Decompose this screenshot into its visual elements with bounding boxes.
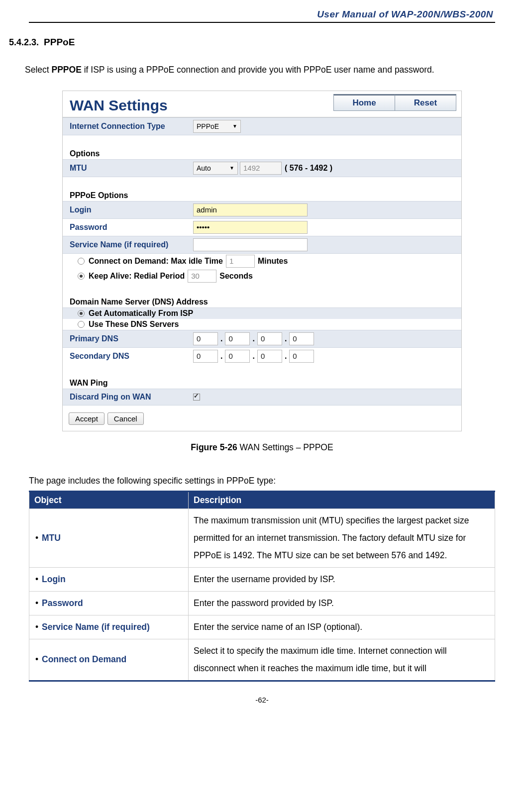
accept-button[interactable]: Accept	[69, 412, 105, 425]
section-intro: Select PPPOE if ISP is using a PPPoE con…	[25, 63, 495, 78]
ict-select[interactable]: PPPoE	[193, 120, 241, 133]
header-divider	[29, 22, 495, 23]
obj-cell: Connect on Demand	[29, 639, 189, 681]
figure-bold: Figure 5-26	[191, 442, 237, 452]
col-object: Object	[29, 491, 189, 508]
obj-cell: Login	[29, 567, 189, 591]
pdns-oct3[interactable]	[257, 332, 282, 345]
table-intro: The page includes the following specific…	[29, 474, 495, 489]
mtu-range: ( 576 - 1492 )	[285, 164, 332, 173]
keep-radio[interactable]	[78, 273, 85, 280]
desc-cell: Select it to specify the maximum idle ti…	[189, 639, 495, 681]
dns-manual-row: Use These DNS Servers	[63, 319, 461, 330]
obj-cell: Password	[29, 591, 189, 615]
table-row: MTU The maximum transmission unit (MTU) …	[29, 508, 495, 567]
dns-manual-radio[interactable]	[78, 321, 85, 328]
mtu-label: MTU	[70, 164, 193, 173]
sdns-row: Secondary DNS . . .	[63, 348, 461, 365]
service-label: Service Name (if required)	[70, 240, 193, 249]
options-heading: Options	[63, 135, 461, 159]
table-row: Password Enter the password provided by …	[29, 591, 495, 615]
service-input[interactable]	[193, 238, 308, 251]
sdns-inputs: . . .	[193, 350, 314, 363]
reset-button[interactable]: Reset	[395, 94, 456, 111]
login-label: Login	[70, 205, 193, 214]
dns-manual-label: Use These DNS Servers	[89, 320, 179, 329]
settings-table: Object Description MTU The maximum trans…	[29, 491, 495, 682]
sdns-oct1[interactable]	[193, 350, 218, 363]
keep-value-input[interactable]	[188, 270, 216, 283]
wanping-heading: WAN Ping	[63, 365, 461, 389]
pdns-oct2[interactable]	[225, 332, 250, 345]
ict-label: Internet Connection Type	[70, 122, 193, 131]
password-input[interactable]	[193, 221, 308, 234]
cod-value-input[interactable]	[226, 255, 255, 268]
sdns-oct2[interactable]	[225, 350, 250, 363]
sdns-oct3[interactable]	[257, 350, 282, 363]
pdns-label: Primary DNS	[70, 334, 193, 343]
figure-caption: Figure 5-26 WAN Settings – PPPOE	[29, 442, 495, 453]
dns-auto-row: Get Automatically From ISP	[63, 307, 461, 319]
dns-auto-label: Get Automatically From ISP	[89, 309, 193, 318]
dns-auto-radio[interactable]	[78, 310, 85, 317]
keep-label-pre: Keep Alive: Redial Period	[89, 272, 185, 281]
cod-radio[interactable]	[78, 258, 85, 265]
table-row: Service Name (if required) Enter the ser…	[29, 615, 495, 639]
intro-post: if ISP is using a PPPoE connection and p…	[82, 65, 434, 75]
mtu-value-input[interactable]	[240, 162, 282, 175]
pppoe-heading: PPPoE Options	[63, 177, 461, 201]
login-row: Login	[63, 201, 461, 219]
sdns-label: Secondary DNS	[70, 352, 193, 361]
section-title: PPPoE	[44, 37, 75, 47]
wan-settings-screenshot: WAN Settings Home Reset Internet Connect…	[62, 91, 462, 431]
desc-cell: Enter the password provided by ISP.	[189, 591, 495, 615]
dns-heading: Domain Name Server (DNS) Address	[63, 284, 461, 307]
pdns-row: Primary DNS . . .	[63, 330, 461, 348]
col-description: Description	[189, 491, 495, 508]
sdns-oct4[interactable]	[289, 350, 314, 363]
cod-label-post: Minutes	[258, 257, 288, 266]
table-row: Connect on Demand Select it to specify t…	[29, 639, 495, 681]
manual-title: User Manual of WAP-200N/WBS-200N	[29, 9, 495, 20]
keep-alive-row: Keep Alive: Redial Period Seconds	[63, 269, 461, 284]
obj-cell: Service Name (if required)	[29, 615, 189, 639]
keep-label-post: Seconds	[219, 272, 253, 281]
panel-title: WAN Settings	[70, 94, 168, 114]
page-number: -62-	[29, 696, 495, 704]
connect-on-demand-row: Connect on Demand: Max idle Time Minutes	[63, 254, 461, 269]
pdns-inputs: . . .	[193, 332, 314, 345]
mtu-row: MTU Auto ( 576 - 1492 )	[63, 159, 461, 177]
password-label: Password	[70, 223, 193, 232]
desc-cell: Enter the username provided by ISP.	[189, 567, 495, 591]
intro-bold: PPPOE	[52, 65, 82, 75]
pdns-oct1[interactable]	[193, 332, 218, 345]
figure-rest: WAN Settings – PPPOE	[237, 442, 333, 452]
cancel-button[interactable]: Cancel	[107, 412, 144, 425]
pdns-oct4[interactable]	[289, 332, 314, 345]
mtu-mode-select[interactable]: Auto	[193, 162, 238, 175]
desc-cell: Enter the service name of an ISP (option…	[189, 615, 495, 639]
cod-label-pre: Connect on Demand: Max idle Time	[89, 257, 223, 266]
service-row: Service Name (if required)	[63, 236, 461, 254]
intro-pre: Select	[25, 65, 52, 75]
section-number: 5.4.2.3.	[9, 37, 39, 47]
ict-row: Internet Connection Type PPPoE	[63, 117, 461, 135]
home-button[interactable]: Home	[333, 94, 395, 111]
password-row: Password	[63, 219, 461, 236]
discard-checkbox[interactable]	[193, 394, 200, 401]
desc-cell: The maximum transmission unit (MTU) spec…	[189, 508, 495, 567]
obj-cell: MTU	[29, 508, 189, 567]
login-input[interactable]	[193, 203, 308, 216]
section-heading: 5.4.2.3. PPPoE	[9, 37, 495, 48]
discard-row: Discard Ping on WAN	[63, 389, 461, 406]
discard-label: Discard Ping on WAN	[70, 393, 193, 402]
table-row: Login Enter the username provided by ISP…	[29, 567, 495, 591]
